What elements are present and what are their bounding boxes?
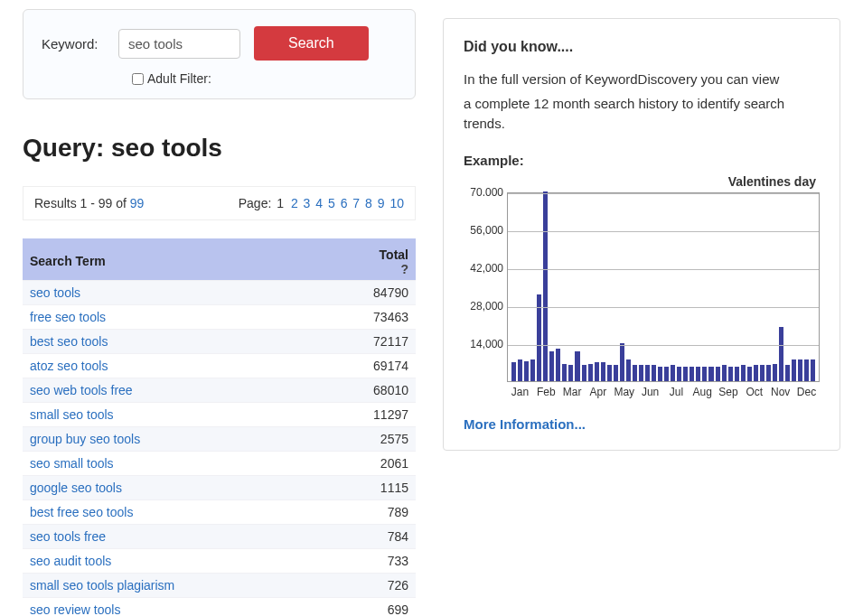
- term-link[interactable]: small seo tools plagiarism: [30, 578, 174, 593]
- page-link[interactable]: 4: [315, 196, 323, 210]
- x-tick-label: Nov: [767, 386, 793, 398]
- table-row: seo web tools free68010: [23, 378, 416, 403]
- page-link[interactable]: 8: [365, 196, 372, 210]
- chart-bar: [626, 359, 631, 381]
- term-link[interactable]: seo audit tools: [30, 554, 111, 568]
- chart-bar: [582, 365, 586, 381]
- info-line1: In the full version of KeywordDiscovery …: [464, 70, 820, 90]
- x-tick-label: Dec: [793, 386, 820, 398]
- x-tick-label: May: [611, 386, 637, 398]
- table-row: best seo tools72117: [23, 330, 416, 354]
- chart-bar: [696, 367, 700, 382]
- results-total-link[interactable]: 99: [130, 196, 145, 210]
- chart-bar: [702, 367, 707, 382]
- term-link[interactable]: seo tools: [30, 285, 80, 300]
- chart-bar: [511, 362, 516, 381]
- chart-bar: [671, 365, 675, 381]
- term-link[interactable]: seo tools free: [30, 529, 106, 544]
- term-total: 789: [323, 500, 416, 525]
- y-tick-label: 56,000: [464, 224, 503, 237]
- term-link[interactable]: seo small tools: [30, 456, 114, 471]
- page-link[interactable]: 6: [341, 196, 348, 210]
- chart-bar: [779, 327, 783, 381]
- chart-bar: [792, 359, 796, 381]
- query-title: Query: seo tools: [23, 134, 416, 163]
- x-tick-label: Sep: [716, 386, 742, 398]
- chart-bar: [760, 365, 765, 381]
- chart-bar: [708, 367, 713, 382]
- table-row: seo audit tools733: [23, 549, 416, 574]
- chart-bar: [716, 367, 720, 382]
- chart-bar: [773, 364, 777, 382]
- chart-bar: [575, 351, 579, 381]
- x-tick-label: Jul: [663, 386, 689, 398]
- results-meta: Results 1 - 99 of 99 Page: 1 2 3 4 5 6 7…: [23, 186, 416, 220]
- table-row: seo review tools699: [23, 598, 416, 617]
- help-icon[interactable]: ?: [400, 262, 408, 276]
- search-button[interactable]: Search: [254, 26, 369, 61]
- table-row: group buy seo tools2575: [23, 427, 416, 452]
- term-total: 784: [323, 525, 416, 549]
- term-total: 2061: [323, 452, 416, 476]
- page-link[interactable]: 3: [304, 196, 311, 210]
- term-link[interactable]: free seo tools: [30, 310, 106, 324]
- chart-bar: [518, 359, 522, 381]
- adult-filter-checkbox[interactable]: [132, 73, 144, 85]
- chart-bar: [556, 349, 560, 381]
- chart-bar: [728, 367, 733, 382]
- x-tick-label: Feb: [533, 386, 559, 398]
- table-row: free seo tools73463: [23, 305, 416, 330]
- y-tick-label: 70.000: [464, 186, 503, 199]
- term-link[interactable]: best free seo tools: [30, 505, 133, 519]
- trend-chart: 14,00028,00042,00056,00070.000 JanFebMar…: [464, 192, 820, 398]
- chart-bar: [735, 367, 739, 382]
- chart-bar: [530, 359, 535, 381]
- chart-bar: [620, 343, 624, 381]
- chart-bar: [683, 367, 688, 382]
- term-link[interactable]: best seo tools: [30, 334, 108, 349]
- y-tick-label: 14,000: [464, 338, 503, 350]
- term-link[interactable]: small seo tools: [30, 407, 114, 422]
- keyword-input[interactable]: [118, 29, 240, 59]
- table-row: seo small tools2061: [23, 452, 416, 476]
- chart-bar: [645, 365, 650, 381]
- table-row: atoz seo tools69174: [23, 354, 416, 378]
- more-info-link[interactable]: More Information...: [464, 416, 586, 432]
- chart-bar: [568, 365, 573, 381]
- chart-bar: [798, 359, 802, 381]
- term-total: 84790: [323, 281, 416, 305]
- chart-bar: [785, 365, 790, 381]
- example-label: Example:: [464, 151, 820, 172]
- page-link[interactable]: 9: [378, 196, 385, 210]
- y-tick-label: 42,000: [464, 262, 503, 275]
- adult-filter-label: Adult Filter:: [147, 71, 211, 86]
- x-tick-label: Apr: [585, 386, 611, 398]
- y-tick-label: 28,000: [464, 300, 503, 313]
- term-total: 2575: [323, 427, 416, 452]
- info-line2: a complete 12 month search history to id…: [464, 94, 820, 135]
- chart-bar: [607, 365, 612, 381]
- term-total: 11297: [323, 403, 416, 427]
- term-total: 699: [323, 598, 416, 617]
- chart-bar: [601, 362, 605, 381]
- term-link[interactable]: group buy seo tools: [30, 432, 140, 446]
- term-link[interactable]: atoz seo tools: [30, 359, 108, 373]
- page-link[interactable]: 10: [389, 196, 404, 210]
- chart-bar: [543, 191, 548, 381]
- page-link[interactable]: 7: [352, 196, 360, 210]
- chart-bar: [741, 365, 746, 381]
- chart-bar: [614, 365, 618, 381]
- page-link[interactable]: 2: [291, 196, 298, 210]
- info-panel: Did you know.... In the full version of …: [443, 18, 840, 451]
- term-link[interactable]: seo review tools: [30, 602, 120, 616]
- chart-bar: [811, 359, 815, 381]
- term-total: 733: [323, 549, 416, 574]
- page-link[interactable]: 5: [328, 196, 335, 210]
- x-tick-label: Mar: [559, 386, 586, 398]
- term-link[interactable]: seo web tools free: [30, 383, 133, 397]
- chart-bar: [664, 367, 669, 382]
- info-heading: Did you know....: [464, 39, 820, 55]
- term-total: 726: [323, 574, 416, 598]
- term-total: 1115: [323, 476, 416, 500]
- term-link[interactable]: google seo tools: [30, 481, 122, 495]
